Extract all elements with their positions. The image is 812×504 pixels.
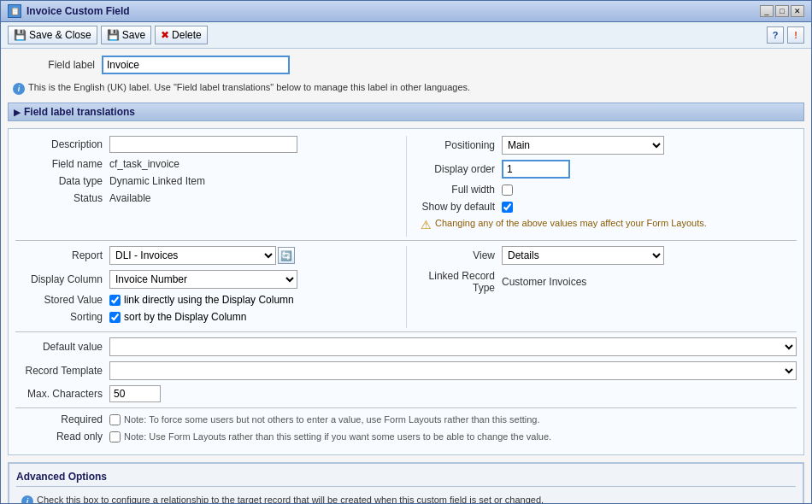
info-button[interactable]: ! (787, 26, 804, 44)
display-column-select[interactable]: Invoice Number (109, 270, 297, 289)
description-input[interactable] (109, 136, 297, 153)
show-by-default-row: Show by default (421, 201, 797, 213)
close-button[interactable]: ✕ (791, 5, 804, 17)
divider1 (15, 240, 797, 241)
default-section: Default value Record Template Max. Chara… (15, 337, 797, 402)
delete-button[interactable]: ✖ Delete (155, 26, 208, 44)
main-window: 📋 Invoice Custom Field _ □ ✕ 💾 Save & Cl… (0, 0, 812, 504)
warning-icon: ⚠ (421, 218, 432, 231)
sorting-checkbox[interactable] (109, 312, 121, 323)
minimize-button[interactable]: _ (760, 5, 774, 17)
sorting-group: sort by the Display Column (109, 311, 246, 323)
report-row: Report DLI - Invoices 🔄 (15, 246, 392, 265)
required-row: Required Note: To force some users but n… (15, 413, 797, 425)
title-bar: 📋 Invoice Custom Field _ □ ✕ (1, 1, 811, 22)
read-only-label: Read only (15, 431, 109, 442)
advanced-info-text: Check this box to configure a relationsh… (37, 495, 544, 503)
advanced-info-row: i Check this box to configure a relation… (16, 492, 796, 503)
record-template-row: Record Template (15, 361, 797, 380)
report-grid: Report DLI - Invoices 🔄 Display Column I… (15, 246, 797, 328)
save-close-button[interactable]: 💾 Save & Close (8, 26, 97, 44)
required-section: Required Note: To force some users but n… (15, 413, 797, 442)
read-only-checkbox[interactable] (109, 431, 121, 442)
status-row: Status Available (15, 192, 392, 204)
view-select[interactable]: Details (502, 246, 664, 265)
linked-record-type-value: Customer Invoices (502, 276, 586, 288)
record-template-label: Record Template (15, 365, 109, 377)
read-only-note: Note: Use Form Layouts rather than this … (124, 431, 551, 442)
datatype-label: Data type (15, 175, 109, 187)
full-width-checkbox[interactable] (502, 185, 513, 196)
report-left: Report DLI - Invoices 🔄 Display Column I… (15, 246, 406, 328)
translations-header[interactable]: ▶ Field label translations (8, 103, 804, 121)
field-label-input[interactable] (102, 56, 290, 74)
stored-value-row: Stored Value link directly using the Dis… (15, 294, 392, 306)
display-order-input[interactable] (502, 160, 570, 179)
info-icon: i (13, 83, 25, 95)
field-label-info-text: This is the English (UK) label. Use "Fie… (28, 82, 470, 92)
linked-record-type-row: Linked Record Type Customer Invoices (421, 270, 797, 294)
required-label: Required (15, 413, 109, 425)
positioning-row: Positioning Main (421, 136, 797, 155)
fieldname-value: cf_task_invoice (109, 158, 179, 170)
status-label: Status (15, 192, 109, 204)
default-value-row: Default value (15, 337, 797, 356)
max-chars-input[interactable] (109, 385, 161, 402)
help-button[interactable]: ? (767, 26, 784, 44)
record-template-select[interactable] (109, 361, 797, 380)
description-label: Description (15, 138, 109, 150)
stored-value-checkbox[interactable] (109, 295, 121, 306)
positioning-label: Positioning (421, 139, 502, 151)
divider3 (15, 407, 797, 408)
main-form-section: Description Field name cf_task_invoice D… (8, 128, 804, 455)
read-only-row: Read only Note: Use Form Layouts rather … (15, 431, 797, 442)
warning-text: Changing any of the above values may aff… (435, 218, 707, 228)
datatype-row: Data type Dynamic Linked Item (15, 175, 392, 187)
form-grid: Description Field name cf_task_invoice D… (15, 136, 797, 237)
display-column-row: Display Column Invoice Number (15, 270, 392, 289)
report-label: Report (15, 249, 109, 261)
toolbar: 💾 Save & Close 💾 Save ✖ Delete ? ! (1, 22, 811, 49)
form-left-col: Description Field name cf_task_invoice D… (15, 136, 406, 237)
default-value-select[interactable] (109, 337, 797, 356)
required-checkbox[interactable] (109, 414, 121, 425)
stored-value-group: link directly using the Display Column (109, 294, 294, 306)
form-content: Field label i This is the English (UK) l… (1, 49, 811, 503)
stored-value-text: link directly using the Display Column (124, 294, 294, 306)
sorting-label: Sorting (15, 311, 109, 323)
positioning-select[interactable]: Main (502, 136, 664, 155)
max-chars-label: Max. Characters (15, 388, 109, 400)
stored-value-label: Stored Value (15, 294, 109, 306)
advanced-header: Advanced Options (16, 471, 796, 487)
form-right-col: Positioning Main Display order Full widt… (406, 136, 797, 237)
warning-row: ⚠ Changing any of the above values may a… (421, 218, 797, 231)
view-label: View (421, 249, 502, 261)
display-column-label: Display Column (15, 273, 109, 285)
expand-icon: ▶ (14, 108, 21, 117)
max-chars-row: Max. Characters (15, 385, 797, 402)
report-refresh-button[interactable]: 🔄 (278, 247, 295, 264)
full-width-label: Full width (421, 184, 502, 196)
linked-record-type-label: Linked Record Type (421, 270, 502, 294)
fieldname-label: Field name (15, 158, 109, 170)
report-select[interactable]: DLI - Invoices (109, 246, 276, 265)
datatype-value: Dynamic Linked Item (109, 175, 205, 187)
show-by-default-label: Show by default (421, 201, 502, 213)
restore-button[interactable]: □ (775, 5, 789, 17)
show-by-default-checkbox[interactable] (502, 202, 513, 213)
window-title: Invoice Custom Field (26, 5, 755, 17)
required-note: Note: To force some users but not others… (124, 414, 540, 425)
description-row: Description (15, 136, 392, 153)
sorting-row: Sorting sort by the Display Column (15, 311, 392, 323)
report-right: View Details Linked Record Type Customer… (406, 246, 797, 328)
divider2 (15, 331, 797, 332)
advanced-info-icon: i (21, 495, 33, 503)
save-button[interactable]: 💾 Save (101, 26, 151, 44)
field-label-info: i This is the English (UK) label. Use "F… (8, 79, 804, 97)
field-label-row: Field label (8, 56, 804, 74)
translations-label: Field label translations (24, 106, 135, 118)
fieldname-row: Field name cf_task_invoice (15, 158, 392, 170)
field-label-label: Field label (8, 59, 102, 71)
help-area: ? ! (767, 26, 804, 44)
view-row: View Details (421, 246, 797, 265)
